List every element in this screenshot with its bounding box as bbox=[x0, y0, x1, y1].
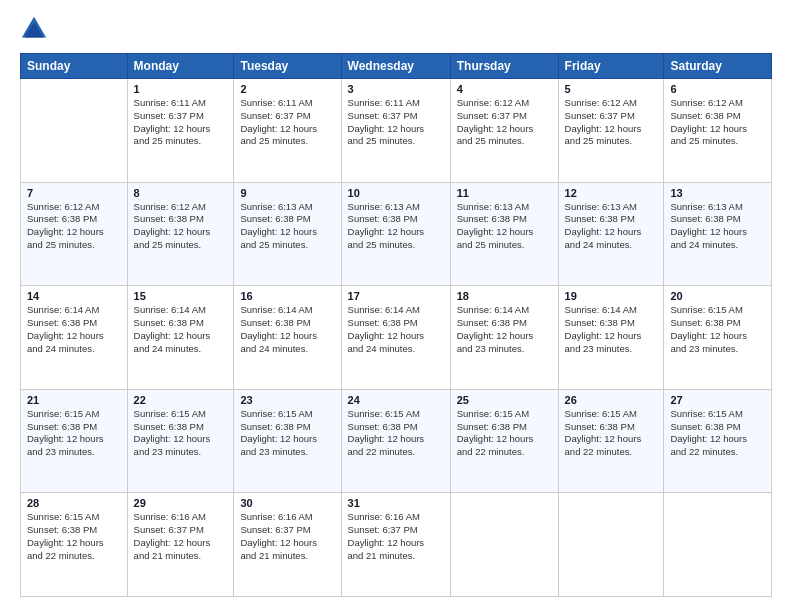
day-info: Sunrise: 6:13 AM Sunset: 6:38 PM Dayligh… bbox=[457, 201, 552, 252]
weekday-header-saturday: Saturday bbox=[664, 54, 772, 79]
calendar-cell bbox=[450, 493, 558, 597]
day-info: Sunrise: 6:13 AM Sunset: 6:38 PM Dayligh… bbox=[240, 201, 334, 252]
calendar-cell bbox=[664, 493, 772, 597]
weekday-header-friday: Friday bbox=[558, 54, 664, 79]
day-number: 7 bbox=[27, 187, 121, 199]
day-number: 2 bbox=[240, 83, 334, 95]
calendar-cell: 24Sunrise: 6:15 AM Sunset: 6:38 PM Dayli… bbox=[341, 389, 450, 493]
day-number: 26 bbox=[565, 394, 658, 406]
day-info: Sunrise: 6:14 AM Sunset: 6:38 PM Dayligh… bbox=[457, 304, 552, 355]
day-number: 28 bbox=[27, 497, 121, 509]
calendar-cell: 27Sunrise: 6:15 AM Sunset: 6:38 PM Dayli… bbox=[664, 389, 772, 493]
calendar-cell: 29Sunrise: 6:16 AM Sunset: 6:37 PM Dayli… bbox=[127, 493, 234, 597]
calendar-week-4: 21Sunrise: 6:15 AM Sunset: 6:38 PM Dayli… bbox=[21, 389, 772, 493]
calendar-cell: 23Sunrise: 6:15 AM Sunset: 6:38 PM Dayli… bbox=[234, 389, 341, 493]
day-info: Sunrise: 6:12 AM Sunset: 6:37 PM Dayligh… bbox=[457, 97, 552, 148]
day-info: Sunrise: 6:14 AM Sunset: 6:38 PM Dayligh… bbox=[348, 304, 444, 355]
day-info: Sunrise: 6:12 AM Sunset: 6:38 PM Dayligh… bbox=[670, 97, 765, 148]
day-info: Sunrise: 6:14 AM Sunset: 6:38 PM Dayligh… bbox=[565, 304, 658, 355]
calendar-cell: 7Sunrise: 6:12 AM Sunset: 6:38 PM Daylig… bbox=[21, 182, 128, 286]
day-info: Sunrise: 6:15 AM Sunset: 6:38 PM Dayligh… bbox=[240, 408, 334, 459]
day-info: Sunrise: 6:15 AM Sunset: 6:38 PM Dayligh… bbox=[670, 408, 765, 459]
logo-icon bbox=[20, 15, 48, 43]
calendar-cell: 16Sunrise: 6:14 AM Sunset: 6:38 PM Dayli… bbox=[234, 286, 341, 390]
day-info: Sunrise: 6:13 AM Sunset: 6:38 PM Dayligh… bbox=[565, 201, 658, 252]
calendar-table: SundayMondayTuesdayWednesdayThursdayFrid… bbox=[20, 53, 772, 597]
day-info: Sunrise: 6:14 AM Sunset: 6:38 PM Dayligh… bbox=[134, 304, 228, 355]
day-number: 1 bbox=[134, 83, 228, 95]
calendar-week-5: 28Sunrise: 6:15 AM Sunset: 6:38 PM Dayli… bbox=[21, 493, 772, 597]
day-number: 23 bbox=[240, 394, 334, 406]
calendar-cell: 2Sunrise: 6:11 AM Sunset: 6:37 PM Daylig… bbox=[234, 79, 341, 183]
day-number: 4 bbox=[457, 83, 552, 95]
header bbox=[20, 15, 772, 43]
day-info: Sunrise: 6:15 AM Sunset: 6:38 PM Dayligh… bbox=[457, 408, 552, 459]
day-info: Sunrise: 6:14 AM Sunset: 6:38 PM Dayligh… bbox=[240, 304, 334, 355]
calendar-week-1: 1Sunrise: 6:11 AM Sunset: 6:37 PM Daylig… bbox=[21, 79, 772, 183]
day-number: 16 bbox=[240, 290, 334, 302]
calendar-cell: 12Sunrise: 6:13 AM Sunset: 6:38 PM Dayli… bbox=[558, 182, 664, 286]
calendar-cell: 17Sunrise: 6:14 AM Sunset: 6:38 PM Dayli… bbox=[341, 286, 450, 390]
calendar-cell: 5Sunrise: 6:12 AM Sunset: 6:37 PM Daylig… bbox=[558, 79, 664, 183]
day-info: Sunrise: 6:16 AM Sunset: 6:37 PM Dayligh… bbox=[348, 511, 444, 562]
day-number: 29 bbox=[134, 497, 228, 509]
day-number: 25 bbox=[457, 394, 552, 406]
calendar-cell: 10Sunrise: 6:13 AM Sunset: 6:38 PM Dayli… bbox=[341, 182, 450, 286]
day-info: Sunrise: 6:14 AM Sunset: 6:38 PM Dayligh… bbox=[27, 304, 121, 355]
day-number: 14 bbox=[27, 290, 121, 302]
weekday-header-sunday: Sunday bbox=[21, 54, 128, 79]
day-number: 17 bbox=[348, 290, 444, 302]
day-number: 19 bbox=[565, 290, 658, 302]
day-number: 5 bbox=[565, 83, 658, 95]
day-number: 30 bbox=[240, 497, 334, 509]
day-info: Sunrise: 6:12 AM Sunset: 6:38 PM Dayligh… bbox=[134, 201, 228, 252]
calendar-cell: 3Sunrise: 6:11 AM Sunset: 6:37 PM Daylig… bbox=[341, 79, 450, 183]
weekday-header-thursday: Thursday bbox=[450, 54, 558, 79]
calendar-cell: 15Sunrise: 6:14 AM Sunset: 6:38 PM Dayli… bbox=[127, 286, 234, 390]
calendar-cell: 19Sunrise: 6:14 AM Sunset: 6:38 PM Dayli… bbox=[558, 286, 664, 390]
day-info: Sunrise: 6:15 AM Sunset: 6:38 PM Dayligh… bbox=[134, 408, 228, 459]
day-number: 27 bbox=[670, 394, 765, 406]
calendar-cell: 6Sunrise: 6:12 AM Sunset: 6:38 PM Daylig… bbox=[664, 79, 772, 183]
day-number: 3 bbox=[348, 83, 444, 95]
page: SundayMondayTuesdayWednesdayThursdayFrid… bbox=[0, 0, 792, 612]
day-info: Sunrise: 6:11 AM Sunset: 6:37 PM Dayligh… bbox=[348, 97, 444, 148]
calendar-cell: 4Sunrise: 6:12 AM Sunset: 6:37 PM Daylig… bbox=[450, 79, 558, 183]
day-info: Sunrise: 6:11 AM Sunset: 6:37 PM Dayligh… bbox=[240, 97, 334, 148]
calendar-cell: 28Sunrise: 6:15 AM Sunset: 6:38 PM Dayli… bbox=[21, 493, 128, 597]
calendar-cell: 9Sunrise: 6:13 AM Sunset: 6:38 PM Daylig… bbox=[234, 182, 341, 286]
day-number: 10 bbox=[348, 187, 444, 199]
calendar-cell: 25Sunrise: 6:15 AM Sunset: 6:38 PM Dayli… bbox=[450, 389, 558, 493]
day-info: Sunrise: 6:13 AM Sunset: 6:38 PM Dayligh… bbox=[348, 201, 444, 252]
calendar-cell: 31Sunrise: 6:16 AM Sunset: 6:37 PM Dayli… bbox=[341, 493, 450, 597]
calendar-cell: 18Sunrise: 6:14 AM Sunset: 6:38 PM Dayli… bbox=[450, 286, 558, 390]
day-number: 8 bbox=[134, 187, 228, 199]
day-info: Sunrise: 6:13 AM Sunset: 6:38 PM Dayligh… bbox=[670, 201, 765, 252]
calendar-cell: 20Sunrise: 6:15 AM Sunset: 6:38 PM Dayli… bbox=[664, 286, 772, 390]
day-info: Sunrise: 6:16 AM Sunset: 6:37 PM Dayligh… bbox=[240, 511, 334, 562]
day-number: 13 bbox=[670, 187, 765, 199]
calendar-cell: 26Sunrise: 6:15 AM Sunset: 6:38 PM Dayli… bbox=[558, 389, 664, 493]
day-number: 31 bbox=[348, 497, 444, 509]
calendar-cell: 30Sunrise: 6:16 AM Sunset: 6:37 PM Dayli… bbox=[234, 493, 341, 597]
calendar-cell: 1Sunrise: 6:11 AM Sunset: 6:37 PM Daylig… bbox=[127, 79, 234, 183]
calendar-cell: 13Sunrise: 6:13 AM Sunset: 6:38 PM Dayli… bbox=[664, 182, 772, 286]
day-number: 24 bbox=[348, 394, 444, 406]
day-number: 9 bbox=[240, 187, 334, 199]
calendar-header: SundayMondayTuesdayWednesdayThursdayFrid… bbox=[21, 54, 772, 79]
day-info: Sunrise: 6:15 AM Sunset: 6:38 PM Dayligh… bbox=[565, 408, 658, 459]
day-info: Sunrise: 6:15 AM Sunset: 6:38 PM Dayligh… bbox=[27, 511, 121, 562]
day-number: 6 bbox=[670, 83, 765, 95]
day-info: Sunrise: 6:16 AM Sunset: 6:37 PM Dayligh… bbox=[134, 511, 228, 562]
day-info: Sunrise: 6:15 AM Sunset: 6:38 PM Dayligh… bbox=[670, 304, 765, 355]
calendar-cell: 11Sunrise: 6:13 AM Sunset: 6:38 PM Dayli… bbox=[450, 182, 558, 286]
calendar-cell: 22Sunrise: 6:15 AM Sunset: 6:38 PM Dayli… bbox=[127, 389, 234, 493]
calendar-cell bbox=[21, 79, 128, 183]
day-number: 21 bbox=[27, 394, 121, 406]
calendar-cell: 8Sunrise: 6:12 AM Sunset: 6:38 PM Daylig… bbox=[127, 182, 234, 286]
weekday-header-monday: Monday bbox=[127, 54, 234, 79]
day-info: Sunrise: 6:15 AM Sunset: 6:38 PM Dayligh… bbox=[27, 408, 121, 459]
day-number: 20 bbox=[670, 290, 765, 302]
calendar-week-2: 7Sunrise: 6:12 AM Sunset: 6:38 PM Daylig… bbox=[21, 182, 772, 286]
day-number: 22 bbox=[134, 394, 228, 406]
